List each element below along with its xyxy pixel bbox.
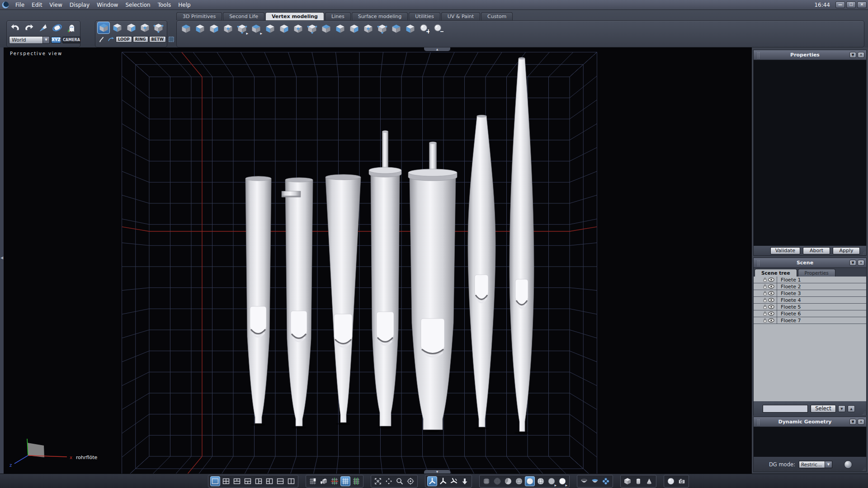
shade-matte-icon[interactable]: ▶ [547,476,557,486]
undo-icon[interactable] [9,22,22,34]
manip-drop-icon[interactable] [460,476,470,486]
manip-universal-icon[interactable] [427,476,437,486]
loop-button[interactable]: LOOP [116,36,132,42]
tool-stretch-icon[interactable] [376,23,389,35]
fit-view-icon[interactable] [373,476,383,486]
viewport-3d[interactable]: x z rohrflöte Perspective view ▲ ▼ [4,47,752,474]
eye-icon[interactable] [768,305,774,309]
layout-rows-icon[interactable] [275,476,285,486]
tab-lines[interactable]: Lines [325,12,351,20]
lock-icon[interactable] [762,311,768,316]
collapse-handle-bottom[interactable]: ▼ [424,470,450,474]
layout-top-split-icon[interactable] [232,476,242,486]
scene-tree-row[interactable]: Floete 5 [754,304,866,310]
dg-mode-dropdown[interactable]: Restric... ▼ [799,461,832,468]
scene-item-label[interactable]: Floete 1 [780,277,801,283]
dynamic-geometry-header[interactable]: Dynamic Geometry ▼ ✕ [754,417,866,427]
eye-icon[interactable] [768,291,774,296]
tab-3d-primitives[interactable]: 3D Primitives [176,12,222,20]
minimize-button[interactable]: — [835,1,845,8]
panel-collapse-button[interactable]: ▼ [849,419,856,425]
tab-utilities[interactable]: Utilities [409,12,440,20]
layout-quad-icon[interactable] [221,476,231,486]
manip-move-icon[interactable] [438,476,448,486]
scene-tree-row[interactable]: Floete 3 [754,290,866,297]
mode-points-icon[interactable] [111,22,123,34]
tool-bend-surface-icon[interactable] [264,23,277,35]
cluster-spheres-icon[interactable] [601,476,611,486]
shade-wire-sphere-icon[interactable] [514,476,524,486]
tool-offset-shell-icon[interactable] [348,23,361,35]
apply-button[interactable]: Apply [833,247,860,254]
grid-red-axis-icon[interactable] [330,476,340,486]
panel-close-button[interactable]: ✕ [858,419,864,425]
menu-view[interactable]: View [46,1,66,9]
scene-item-label[interactable]: Floete 4 [780,297,801,303]
scene-tab-scene-tree[interactable]: Scene tree [755,269,797,277]
shade-smooth-icon[interactable] [525,476,535,486]
tool-tweak-vertices-icon[interactable]: ▶ [250,23,263,35]
abort-button[interactable]: Abort [803,247,830,254]
drag-grip-icon[interactable] [757,52,760,58]
scene-item-label[interactable]: Floete 7 [780,318,801,324]
scene-tree-row[interactable]: Floete 2 [754,283,866,290]
cylinder-display-icon[interactable] [633,476,643,486]
organ-pipes[interactable] [245,57,534,434]
lock-icon[interactable] [762,277,768,282]
lasso-arrow-icon[interactable] [106,35,115,43]
dropdown-arrow-icon[interactable]: ▼ [42,36,50,44]
scene-tree-row[interactable]: Floete 1 [754,277,866,283]
lock-icon[interactable] [762,298,768,302]
marquee-icon[interactable] [167,35,175,43]
grid-snap-icon[interactable] [340,476,350,486]
camera-toggle-button[interactable]: CAMERA [62,37,80,43]
shade-wire-box-icon[interactable] [481,476,491,486]
resize-grip-icon[interactable] [862,467,866,471]
layout-left-split-icon[interactable] [254,476,264,486]
scene-tab-properties[interactable]: Properties [798,269,835,277]
tool-weld-target-icon[interactable] [306,23,319,35]
scene-tree-row[interactable]: Floete 6 [754,310,866,317]
tool-extrude-top-icon[interactable] [193,23,207,35]
scene-item-label[interactable]: Floete 5 [780,304,801,310]
drag-grip-icon[interactable] [757,260,760,266]
tool-bridge-icon[interactable] [334,23,347,35]
layout-cols-icon[interactable] [286,476,296,486]
panel-close-button[interactable]: ✕ [858,52,864,58]
bowl-shaded-icon[interactable] [590,476,600,486]
tab-surface-modeling[interactable]: Surface modeling [352,12,408,20]
tool-soft-extract-icon[interactable] [179,23,193,35]
dg-mode-value[interactable]: Restric... [799,461,825,468]
world-selector-value[interactable]: World [9,36,42,44]
betw-button[interactable]: BETW [149,36,166,42]
shade-wire-globe-icon[interactable] [492,476,502,486]
pan-view-icon[interactable] [384,476,394,486]
menu-tools[interactable]: Tools [154,1,175,9]
redo-icon[interactable] [23,22,36,34]
lock-icon[interactable] [762,318,768,323]
lock-icon[interactable] [762,284,768,289]
lock-icon[interactable] [762,305,768,309]
tool-inset-face-icon[interactable] [222,23,235,35]
tab-uv-paint[interactable]: UV & Paint [441,12,480,20]
move-up-button[interactable]: ▲ [848,405,855,412]
resize-grip-icon[interactable] [862,251,866,255]
orbit-view-icon[interactable] [406,476,415,486]
ring-button[interactable]: RING [133,36,148,42]
scene-item-label[interactable]: Floete 2 [780,284,801,290]
mode-faces-icon[interactable] [138,22,151,34]
layout-bottom-split-icon[interactable] [243,476,253,486]
collapse-handle-top[interactable]: ▲ [424,47,450,51]
move-down-button[interactable]: ▼ [838,405,845,412]
xyz-toggle-button[interactable]: XYZ [51,37,61,43]
tool-average-vertices-icon[interactable] [320,23,333,35]
drag-grip-icon[interactable] [757,419,760,425]
collapse-left-arrow[interactable]: ◀ [0,253,4,263]
box-magnet-icon[interactable] [319,476,329,486]
scene-item-label[interactable]: Floete 3 [780,291,801,296]
camera-icon[interactable] [677,476,687,486]
tab-second-life[interactable]: Second Life [223,12,264,20]
maximize-button[interactable]: ☐ [846,1,856,8]
grid-magnet-icon[interactable] [308,476,318,486]
shade-wire-smooth-icon[interactable] [536,476,546,486]
